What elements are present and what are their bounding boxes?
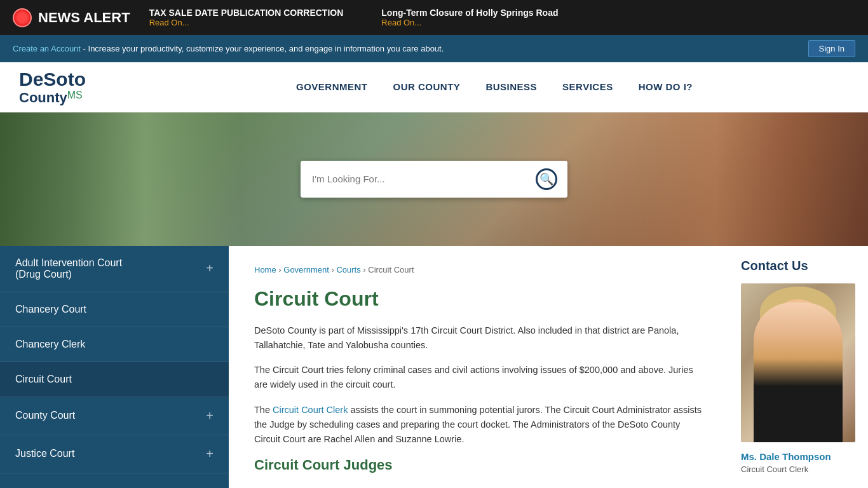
alert-icon [13, 8, 32, 27]
page-paragraph-3: The Circuit Court Clerk assists the cour… [254, 403, 703, 447]
sidebar-item-label: Adult Intervention Court(Drug Court) [15, 257, 122, 280]
logo-desoto: DeSoto [19, 69, 86, 90]
breadcrumb-current: Circuit Court [368, 265, 414, 274]
news-alert-title-2: Long-Term Closure of Holly Springs Road [381, 8, 558, 18]
page-body: DeSoto County is part of Mississippi's 1… [254, 323, 703, 473]
sidebar-item-justice-court[interactable]: Justice Court + [0, 435, 229, 473]
breadcrumb: Home › Government › Courts › Circuit Cou… [254, 265, 703, 274]
hero-banner: 🔍 [0, 112, 868, 246]
photo-body [754, 302, 843, 442]
contact-title: Contact Us [741, 259, 855, 273]
sidebar: Adult Intervention Court(Drug Court) + C… [0, 246, 229, 488]
page-paragraph-1: DeSoto County is part of Mississippi's 1… [254, 323, 703, 353]
nav-item-our-county[interactable]: OUR COUNTY [393, 78, 461, 95]
search-button[interactable]: 🔍 [526, 161, 567, 198]
nav-item-how-do-i[interactable]: HOW DO I? [639, 78, 693, 95]
sidebar-item-adult-intervention[interactable]: Adult Intervention Court(Drug Court) + [0, 246, 229, 292]
sidebar-item-circuit-court[interactable]: Circuit Court [0, 362, 229, 397]
site-header: DeSoto CountyMS GOVERNMENT OUR COUNTY BU… [0, 62, 868, 112]
logo-county: County [19, 90, 67, 105]
news-alert-item-1: TAX SALE DATE PUBLICATION CORRECTION Rea… [149, 8, 344, 27]
news-alert-item-2: Long-Term Closure of Holly Springs Road … [381, 8, 558, 27]
sidebar-item-chancery-clerk[interactable]: Chancery Clerk [0, 327, 229, 362]
contact-sidebar: Contact Us Ms. Dale Thompson Circuit Cou… [728, 246, 868, 488]
page-content-area: Home › Government › Courts › Circuit Cou… [229, 246, 728, 488]
news-alert-readon-1[interactable]: Read On... [149, 18, 344, 27]
page-paragraph-2: The Circuit Court tries felony criminal … [254, 363, 703, 392]
sidebar-item-county-court[interactable]: County Court + [0, 397, 229, 435]
logo-county-line: CountyMS [19, 90, 114, 105]
main-nav: GOVERNMENT OUR COUNTY BUSINESS SERVICES … [140, 78, 849, 95]
account-bar: Create an Account - Increase your produc… [0, 35, 868, 62]
sidebar-item-chancery-court[interactable]: Chancery Court [0, 292, 229, 327]
site-logo[interactable]: DeSoto CountyMS [19, 69, 114, 105]
breadcrumb-government[interactable]: Government [283, 265, 329, 274]
page-title: Circuit Court [254, 287, 703, 311]
nav-item-services[interactable]: SERVICES [562, 78, 613, 95]
news-alert-title-1: TAX SALE DATE PUBLICATION CORRECTION [149, 8, 344, 18]
logo-text: DeSoto [19, 69, 114, 90]
news-alert-bar: NEWS ALERT TAX SALE DATE PUBLICATION COR… [0, 0, 868, 35]
sidebar-item-label: Justice Court [15, 448, 74, 459]
news-alert-text: NEWS ALERT [38, 10, 130, 26]
expander-icon-county: + [206, 409, 214, 423]
hero-building-left [0, 112, 241, 246]
create-account-link[interactable]: Create an Account [13, 44, 81, 53]
contact-name[interactable]: Ms. Dale Thompson [741, 451, 855, 462]
breadcrumb-home[interactable]: Home [254, 265, 276, 274]
news-alert-label: NEWS ALERT [13, 8, 130, 27]
sidebar-item-label: County Court [15, 410, 75, 421]
main-content: Adult Intervention Court(Drug Court) + C… [0, 246, 868, 488]
account-bar-text: Create an Account - Increase your produc… [13, 44, 444, 53]
nav-item-business[interactable]: BUSINESS [485, 78, 537, 95]
sign-in-button[interactable]: Sign In [808, 40, 855, 57]
sidebar-item-label: Chancery Court [15, 304, 86, 315]
section-title-judges: Circuit Court Judges [254, 457, 703, 473]
news-alert-readon-2[interactable]: Read On... [381, 18, 558, 27]
account-bar-tagline: - Increase your productivity, customize … [81, 44, 444, 53]
sidebar-item-label: Circuit Court [15, 374, 72, 385]
search-container: 🔍 [301, 161, 567, 198]
contact-photo [741, 283, 855, 442]
news-alert-items: TAX SALE DATE PUBLICATION CORRECTION Rea… [149, 8, 855, 27]
breadcrumb-courts[interactable]: Courts [336, 265, 360, 274]
sidebar-item-label: Chancery Clerk [15, 339, 85, 350]
expander-icon-justice: + [206, 447, 214, 461]
logo-ms: MS [67, 90, 83, 100]
circuit-court-clerk-link[interactable]: Circuit Court Clerk [273, 405, 348, 415]
expander-icon-adult: + [206, 261, 214, 276]
nav-item-government[interactable]: GOVERNMENT [296, 78, 368, 95]
search-icon: 🔍 [536, 168, 557, 190]
contact-role: Circuit Court Clerk [741, 464, 855, 474]
search-input[interactable] [301, 165, 526, 193]
